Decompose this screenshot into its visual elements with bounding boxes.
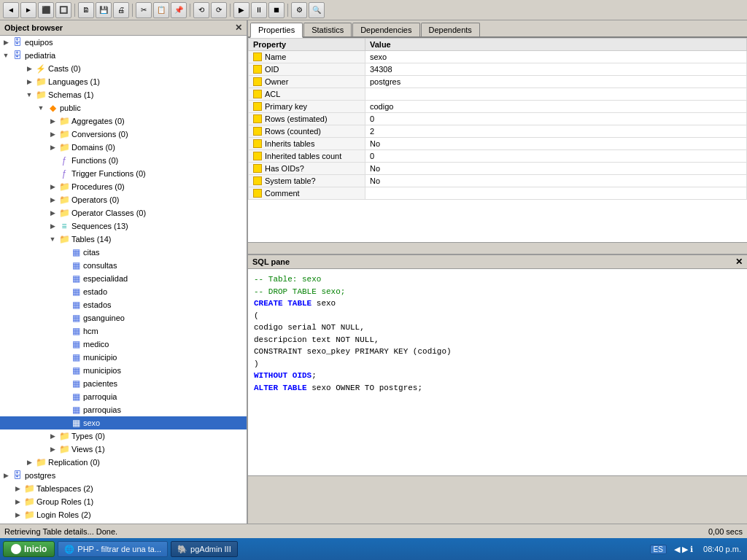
toolbar-btn-2[interactable]: ► (20, 2, 36, 18)
tree-item-trigger_functions[interactable]: ƒTrigger Functions (0) (0, 167, 247, 180)
tree-icon-tablespaces: 📁 (23, 483, 35, 494)
tree-item-operators[interactable]: ▶📁Operators (0) (0, 193, 247, 206)
tree-item-estado[interactable]: ▦estado (0, 285, 247, 298)
tabs-bar: Properties Statistics Dependencies Depen… (248, 20, 747, 38)
tree-item-types[interactable]: ▶📁Types (0) (0, 429, 247, 443)
tree-expand-aggregates[interactable]: ▶ (47, 117, 58, 125)
prop-value-1: 34308 (365, 63, 747, 76)
tree-expand-domains[interactable]: ▶ (47, 144, 58, 151)
tree-expand-conversions[interactable]: ▶ (47, 131, 58, 138)
toolbar-btn-1[interactable]: ◄ (3, 2, 19, 18)
tab-dependencies[interactable]: Dependencies (352, 23, 419, 36)
tree-item-parroquia[interactable]: ▦parroquia (0, 390, 247, 403)
tree-item-medico[interactable]: ▦medico (0, 338, 247, 351)
tree-item-tables[interactable]: ▼📁Tables (14) (0, 233, 247, 246)
tree-expand-languages[interactable]: ▶ (23, 78, 35, 85)
tree-expand-login_roles[interactable]: ▶ (12, 511, 23, 518)
tree-icon-group_roles: 📁 (23, 496, 35, 508)
tree-item-schemas[interactable]: ▼📁Schemas (1) (0, 88, 247, 101)
toolbar-btn-15[interactable]: ⏹ (268, 2, 285, 18)
tree-expand-tablespaces[interactable]: ▶ (12, 485, 23, 492)
toolbar-btn-3[interactable]: ⬛ (38, 2, 54, 18)
tree-expand-schemas[interactable]: ▼ (23, 91, 35, 98)
tree-item-tablespaces[interactable]: ▶📁Tablespaces (2) (0, 482, 247, 495)
toolbar-btn-17[interactable]: 🔍 (309, 2, 325, 18)
tree-expand-replication[interactable]: ▶ (23, 459, 35, 466)
prop-value-2: postgres (365, 76, 747, 88)
object-browser-close[interactable]: ✕ (235, 23, 242, 33)
prop-value-6: 2 (365, 125, 747, 138)
toolbar-btn-8[interactable]: ✂ (136, 2, 152, 18)
properties-hscroll[interactable] (248, 242, 747, 254)
tree-item-languages[interactable]: ▶📁Languages (1) (0, 75, 247, 88)
tree-item-hcm[interactable]: ▦hcm (0, 324, 247, 338)
tree-item-domains[interactable]: ▶📁Domains (0) (0, 141, 247, 154)
tree-item-conversions[interactable]: ▶📁Conversions (0) (0, 128, 247, 141)
tree-item-group_roles[interactable]: ▶📁Group Roles (1) (0, 495, 247, 508)
tree-expand-views[interactable]: ▶ (47, 446, 58, 453)
tree-icon-schemas: 📁 (35, 89, 47, 101)
tree-item-pacientes[interactable]: ▦pacientes (0, 377, 247, 390)
prop-property-4: Primary key (249, 101, 365, 113)
toolbar-btn-10[interactable]: 📌 (171, 2, 187, 18)
prop-row-3: ACL (249, 88, 747, 101)
tree-item-equipos[interactable]: ▶🗄equipos (0, 36, 247, 49)
tree-item-views[interactable]: ▶📁Views (1) (0, 443, 247, 456)
toolbar-btn-4[interactable]: 🔲 (55, 2, 71, 18)
tab-statistics[interactable]: Statistics (303, 23, 352, 36)
toolbar-btn-6[interactable]: 💾 (96, 2, 112, 18)
tree-label-gsanguineo: gsanguineo (83, 314, 125, 322)
prop-value-11 (365, 187, 747, 200)
toolbar-btn-5[interactable]: 🗎 (78, 2, 94, 18)
prop-row-8: Inherited tables count0 (249, 150, 747, 163)
tree-expand-group_roles[interactable]: ▶ (12, 498, 23, 505)
tree-label-languages: Languages (1) (48, 77, 100, 86)
tree-scroll[interactable]: ▶🗄equipos▼🗄pediatria▶⚡Casts (0)▶📁Languag… (0, 36, 247, 524)
tree-expand-pediatria[interactable]: ▼ (0, 52, 12, 59)
tree-item-municipio[interactable]: ▦municipio (0, 351, 247, 364)
tree-item-casts[interactable]: ▶⚡Casts (0) (0, 62, 247, 75)
tree-expand-public[interactable]: ▼ (35, 104, 47, 112)
tree-item-replication[interactable]: ▶📁Replication (0) (0, 456, 247, 469)
tree-expand-types[interactable]: ▶ (47, 432, 58, 440)
toolbar-btn-13[interactable]: ▶ (233, 2, 249, 18)
tree-item-sequences[interactable]: ▶≡Sequences (13) (0, 219, 247, 233)
toolbar-btn-9[interactable]: 📋 (153, 2, 169, 18)
tree-item-consultas[interactable]: ▦consultas (0, 259, 247, 272)
tab-dependents[interactable]: Dependents (421, 23, 480, 36)
tree-item-sexo[interactable]: ▦sexo (0, 416, 247, 429)
tree-expand-casts[interactable]: ▶ (23, 65, 35, 72)
tree-item-functions[interactable]: ƒFunctions (0) (0, 154, 247, 167)
tree-expand-equipos[interactable]: ▶ (0, 39, 12, 46)
tree-item-procedures[interactable]: ▶📁Procedures (0) (0, 180, 247, 193)
tree-item-estados[interactable]: ▦estados (0, 298, 247, 311)
tree-expand-procedures[interactable]: ▶ (47, 183, 58, 190)
sql-pane-close[interactable]: ✕ (735, 257, 743, 267)
tree-item-especialidad[interactable]: ▦especialidad (0, 272, 247, 285)
tree-item-operator_classes[interactable]: ▶📁Operator Classes (0) (0, 206, 247, 219)
tree-item-parroquias[interactable]: ▦parroquias (0, 403, 247, 416)
toolbar-btn-11[interactable]: ⟲ (193, 2, 209, 18)
tree-item-postgres[interactable]: ▶🗄postgres (0, 469, 247, 482)
toolbar-btn-12[interactable]: ⟳ (211, 2, 227, 18)
sql-hscroll[interactable] (248, 475, 747, 487)
toolbar-btn-14[interactable]: ⏸ (251, 2, 267, 18)
tree-item-public[interactable]: ▼◆public (0, 101, 247, 114)
tab-properties[interactable]: Properties (250, 23, 303, 38)
tree-expand-operator_classes[interactable]: ▶ (47, 209, 58, 217)
toolbar-btn-16[interactable]: ⚙ (291, 2, 307, 18)
tree-item-aggregates[interactable]: ▶📁Aggregates (0) (0, 114, 247, 128)
tree-expand-postgres[interactable]: ▶ (0, 472, 12, 479)
tree-expand-operators[interactable]: ▶ (47, 196, 58, 203)
tree-label-operators: Operators (0) (71, 195, 119, 204)
toolbar-btn-7[interactable]: 🖨 (113, 2, 129, 18)
tree-expand-tables[interactable]: ▼ (47, 236, 58, 243)
sql-pane-title: SQL pane (252, 257, 290, 266)
tree-item-citas[interactable]: ▦citas (0, 246, 247, 259)
tree-expand-sequences[interactable]: ▶ (47, 222, 58, 230)
tree-item-municipios[interactable]: ▦municipios (0, 364, 247, 377)
tree-item-pediatria[interactable]: ▼🗄pediatria (0, 49, 247, 62)
tree-icon-views: 📁 (58, 443, 70, 455)
tree-item-login_roles[interactable]: ▶📁Login Roles (2) (0, 508, 247, 521)
tree-item-gsanguineo[interactable]: ▦gsanguineo (0, 311, 247, 324)
